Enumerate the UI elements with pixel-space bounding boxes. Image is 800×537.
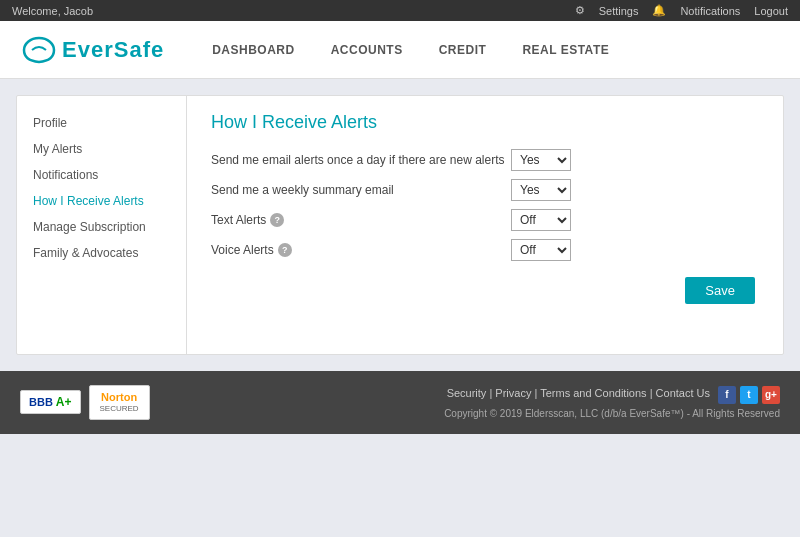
footer-badges: BBB A+ Norton SECURED — [20, 385, 150, 420]
form-row-weekly-summary: Send me a weekly summary email Yes No — [211, 179, 759, 201]
nav-item-real-estate[interactable]: REAL ESTATE — [504, 21, 627, 79]
weekly-summary-text: Send me a weekly summary email — [211, 183, 394, 197]
email-alerts-label: Send me email alerts once a day if there… — [211, 153, 511, 167]
voice-alerts-label: Voice Alerts ? — [211, 243, 511, 257]
header: EverSafe DASHBOARD ACCOUNTS CREDIT REAL … — [0, 21, 800, 79]
norton-badge: Norton SECURED — [89, 385, 150, 420]
norton-logo: Norton — [101, 390, 137, 404]
logo-suffix: Safe — [114, 37, 164, 62]
nav-item-dashboard[interactable]: DASHBOARD — [194, 21, 313, 79]
welcome-text: Welcome, Jacob — [12, 5, 93, 17]
footer: BBB A+ Norton SECURED Security | Privacy… — [0, 371, 800, 434]
footer-social: f t g+ — [718, 386, 780, 404]
facebook-icon[interactable]: f — [718, 386, 736, 404]
logo-icon — [20, 36, 58, 64]
save-btn-row: Save — [211, 277, 759, 304]
sidebar-item-manage-subscription[interactable]: Manage Subscription — [17, 214, 186, 240]
text-alerts-label: Text Alerts ? — [211, 213, 511, 227]
logo-text: EverSafe — [62, 37, 164, 63]
footer-copyright: Copyright © 2019 Eldersscan, LLC (d/b/a … — [444, 408, 780, 419]
voice-alerts-text: Voice Alerts — [211, 243, 274, 257]
main-nav: DASHBOARD ACCOUNTS CREDIT REAL ESTATE — [194, 21, 627, 78]
voice-alerts-select[interactable]: Off On — [511, 239, 571, 261]
form-row-email-alerts: Send me email alerts once a day if there… — [211, 149, 759, 171]
sidebar-item-how-i-receive-alerts[interactable]: How I Receive Alerts — [17, 188, 186, 214]
sidebar-item-my-alerts[interactable]: My Alerts — [17, 136, 186, 162]
footer-terms-link[interactable]: Terms and Conditions — [540, 387, 646, 399]
panel-title: How I Receive Alerts — [211, 112, 759, 133]
content-wrapper: Profile My Alerts Notifications How I Re… — [16, 95, 784, 355]
bbb-badge: BBB A+ — [20, 390, 81, 414]
twitter-icon[interactable]: t — [740, 386, 758, 404]
notifications-link[interactable]: Notifications — [680, 5, 740, 17]
email-alerts-text: Send me email alerts once a day if there… — [211, 153, 504, 167]
settings-link[interactable]: Settings — [599, 5, 639, 17]
weekly-summary-label: Send me a weekly summary email — [211, 183, 511, 197]
sidebar-item-notifications[interactable]: Notifications — [17, 162, 186, 188]
logout-link[interactable]: Logout — [754, 5, 788, 17]
sidebar: Profile My Alerts Notifications How I Re… — [17, 96, 187, 354]
nav-item-credit[interactable]: CREDIT — [421, 21, 505, 79]
footer-contact-link[interactable]: Contact Us — [656, 387, 710, 399]
bbb-text: BBB — [29, 396, 53, 408]
gear-icon: ⚙ — [575, 4, 585, 17]
sidebar-item-profile[interactable]: Profile — [17, 110, 186, 136]
text-alerts-select[interactable]: Off On — [511, 209, 571, 231]
text-alerts-text: Text Alerts — [211, 213, 266, 227]
weekly-summary-select[interactable]: Yes No — [511, 179, 571, 201]
aplus-rating: A+ — [56, 395, 72, 409]
text-alerts-help-icon[interactable]: ? — [270, 213, 284, 227]
top-bar-actions: ⚙ Settings 🔔 Notifications Logout — [575, 4, 788, 17]
form-row-voice-alerts: Voice Alerts ? Off On — [211, 239, 759, 261]
page-content: Profile My Alerts Notifications How I Re… — [0, 79, 800, 371]
voice-alerts-help-icon[interactable]: ? — [278, 243, 292, 257]
logo-area: EverSafe — [20, 36, 164, 64]
main-panel: How I Receive Alerts Send me email alert… — [187, 96, 783, 354]
norton-sub: SECURED — [100, 404, 139, 414]
logo-prefix: Ever — [62, 37, 114, 62]
footer-links: Security | Privacy | Terms and Condition… — [447, 387, 710, 399]
nav-item-accounts[interactable]: ACCOUNTS — [313, 21, 421, 79]
bottom-spacer — [0, 434, 800, 537]
google-plus-icon[interactable]: g+ — [762, 386, 780, 404]
footer-security-link[interactable]: Security — [447, 387, 487, 399]
sidebar-item-family-advocates[interactable]: Family & Advocates — [17, 240, 186, 266]
form-row-text-alerts: Text Alerts ? Off On — [211, 209, 759, 231]
email-alerts-select[interactable]: Yes No — [511, 149, 571, 171]
top-bar: Welcome, Jacob ⚙ Settings 🔔 Notification… — [0, 0, 800, 21]
save-button[interactable]: Save — [685, 277, 755, 304]
bell-icon: 🔔 — [652, 4, 666, 17]
footer-privacy-link[interactable]: Privacy — [495, 387, 531, 399]
footer-right: Security | Privacy | Terms and Condition… — [444, 386, 780, 419]
